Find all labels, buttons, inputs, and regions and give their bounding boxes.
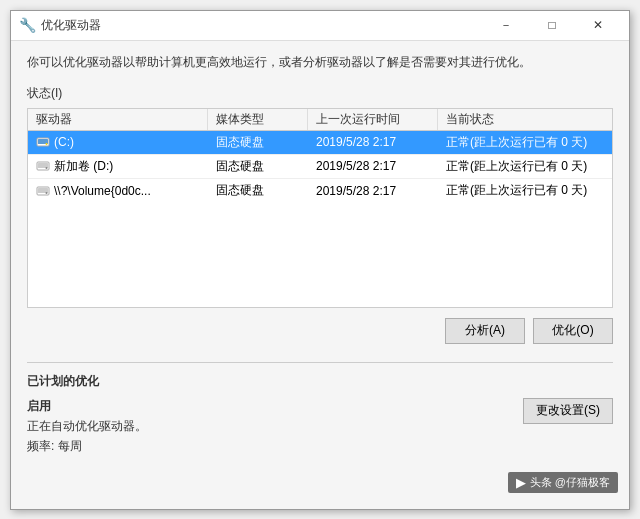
description-text: 你可以优化驱动器以帮助计算机更高效地运行，或者分析驱动器以了解是否需要对其进行优… [27,53,613,71]
drive-lastrun-c: 2019/5/28 2:17 [308,131,438,154]
col-media-type: 媒体类型 [208,109,308,130]
watermark-icon: ▶ [516,475,526,490]
drive-lastrun-d: 2019/5/28 2:17 [308,155,438,178]
table-header: 驱动器 媒体类型 上一次运行时间 当前状态 [28,109,612,131]
drive-icon [36,184,50,198]
drive-name-c: (C:) [28,131,208,154]
frequency-label: 频率: 每周 [27,438,147,455]
enabled-label: 启用 [27,398,147,415]
drive-media-vol: 固态硬盘 [208,179,308,203]
table-row[interactable]: 新加卷 (D:) 固态硬盘 2019/5/28 2:17 正常(距上次运行已有 … [28,155,612,179]
scheduled-title: 已计划的优化 [27,373,613,390]
svg-point-5 [46,167,48,169]
table-body: (C:) 固态硬盘 2019/5/28 2:17 正常(距上次运行已有 0 天) [28,131,612,203]
analyze-button[interactable]: 分析(A) [445,318,525,344]
change-settings-button[interactable]: 更改设置(S) [523,398,613,424]
minimize-button[interactable]: － [483,10,529,40]
system-drive-icon [36,135,50,149]
window-title: 优化驱动器 [41,17,101,34]
drive-icon [36,159,50,173]
action-buttons: 分析(A) 优化(O) [27,318,613,344]
drive-lastrun-vol: 2019/5/28 2:17 [308,179,438,203]
col-last-run: 上一次运行时间 [308,109,438,130]
main-window: 🔧 优化驱动器 － □ ✕ 你可以优化驱动器以帮助计算机更高效地运行，或者分析驱… [10,10,630,510]
running-label: 正在自动优化驱动器。 [27,418,147,435]
optimize-button[interactable]: 优化(O) [533,318,613,344]
drive-name-vol: \\?\Volume{0d0c... [28,179,208,203]
drive-status-c: 正常(距上次运行已有 0 天) [438,131,612,154]
table-row[interactable]: \\?\Volume{0d0c... 固态硬盘 2019/5/28 2:17 正… [28,179,612,203]
drive-status-vol: 正常(距上次运行已有 0 天) [438,179,612,203]
svg-point-8 [46,192,48,194]
title-bar: 🔧 优化驱动器 － □ ✕ [11,11,629,41]
content-area: 你可以优化驱动器以帮助计算机更高效地运行，或者分析驱动器以了解是否需要对其进行优… [11,41,629,509]
watermark: ▶ 头条 @仔猫极客 [508,472,618,493]
scheduled-info: 启用 正在自动优化驱动器。 频率: 每周 [27,398,147,455]
col-status: 当前状态 [438,109,612,130]
window-icon: 🔧 [19,17,35,33]
col-driver: 驱动器 [28,109,208,130]
scheduled-section: 已计划的优化 启用 正在自动优化驱动器。 频率: 每周 更改设置(S) [27,373,613,455]
table-row[interactable]: (C:) 固态硬盘 2019/5/28 2:17 正常(距上次运行已有 0 天) [28,131,612,155]
drive-status-d: 正常(距上次运行已有 0 天) [438,155,612,178]
drive-media-d: 固态硬盘 [208,155,308,178]
scheduled-content: 启用 正在自动优化驱动器。 频率: 每周 更改设置(S) [27,398,613,455]
section-divider [27,362,613,363]
state-label: 状态(I) [27,85,613,102]
title-bar-left: 🔧 优化驱动器 [19,17,101,34]
drives-table: 驱动器 媒体类型 上一次运行时间 当前状态 (C:) 固态 [27,108,613,308]
maximize-button[interactable]: □ [529,10,575,40]
drive-media-c: 固态硬盘 [208,131,308,154]
title-controls: － □ ✕ [483,10,621,40]
drive-name-d: 新加卷 (D:) [28,155,208,178]
close-button[interactable]: ✕ [575,10,621,40]
watermark-text: 头条 @仔猫极客 [530,475,610,490]
svg-point-2 [46,143,48,145]
